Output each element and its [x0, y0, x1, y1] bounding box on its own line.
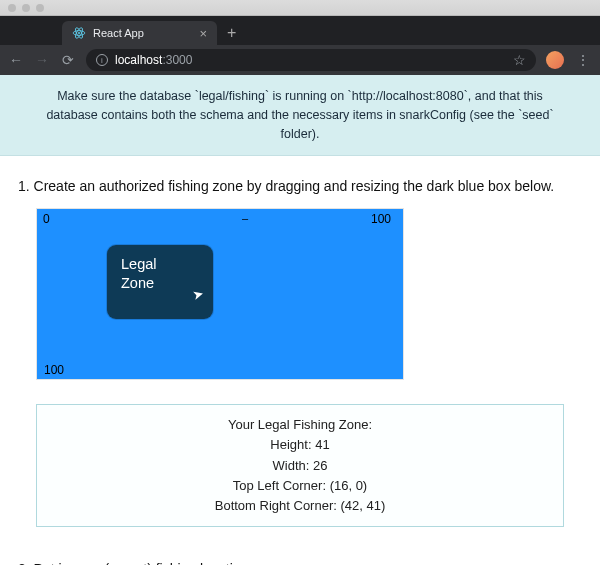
- address-bar[interactable]: i localhost:3000 ☆: [86, 49, 536, 71]
- browser-toolbar: ← → ⟳ i localhost:3000 ☆ ⋮: [0, 45, 600, 75]
- zone-tl-value: (16, 0): [330, 478, 368, 493]
- macos-titlebar: [0, 0, 600, 16]
- legal-zone-label-line2: Zone: [121, 274, 199, 293]
- zone-br-value: (42, 41): [340, 498, 385, 513]
- zone-height-label: Height:: [270, 437, 315, 452]
- browser-tab[interactable]: React App ×: [62, 21, 217, 45]
- reload-button[interactable]: ⟳: [60, 52, 76, 68]
- svg-point-3: [78, 32, 80, 34]
- site-info-icon[interactable]: i: [96, 54, 108, 66]
- profile-avatar[interactable]: [546, 51, 564, 69]
- zone-width-label: Width:: [273, 458, 313, 473]
- step1-heading: 1. Create an authorized fishing zone by …: [18, 178, 582, 194]
- canvas-ymax-label: 100: [44, 363, 64, 377]
- url-host: localhost: [115, 53, 162, 67]
- react-logo-icon: [72, 26, 86, 40]
- page-viewport: Make sure the database `legal/fishing` i…: [0, 75, 600, 565]
- url-path: :3000: [162, 53, 192, 67]
- traffic-close-icon[interactable]: [8, 4, 16, 12]
- zone-height-value: 41: [315, 437, 329, 452]
- zone-width-value: 26: [313, 458, 327, 473]
- zone-tl-label: Top Left Corner:: [233, 478, 330, 493]
- zone-canvas[interactable]: 0 – 100 100 Legal Zone ➤: [36, 208, 404, 380]
- info-banner-text: Make sure the database `legal/fishing` i…: [46, 89, 553, 141]
- browser-menu-icon[interactable]: ⋮: [574, 52, 592, 68]
- canvas-origin-label: 0: [43, 212, 50, 226]
- browser-tab-strip: React App × +: [0, 16, 600, 45]
- bookmark-star-icon[interactable]: ☆: [513, 52, 526, 68]
- canvas-xmax-label: 100: [371, 212, 391, 226]
- back-button[interactable]: ←: [8, 52, 24, 68]
- zone-details-panel: Your Legal Fishing Zone: Height: 41 Widt…: [36, 404, 564, 527]
- legal-zone-box[interactable]: Legal Zone ➤: [107, 245, 213, 319]
- tab-close-icon[interactable]: ×: [199, 26, 207, 41]
- zone-br-label: Bottom Right Corner:: [215, 498, 341, 513]
- tab-title: React App: [93, 27, 199, 39]
- canvas-tick: –: [242, 212, 248, 224]
- new-tab-button[interactable]: +: [217, 21, 246, 45]
- zone-details-title: Your Legal Fishing Zone:: [37, 415, 563, 435]
- step2-heading: 2. Put in your (secret) fishing location…: [18, 561, 582, 565]
- forward-button: →: [34, 52, 50, 68]
- traffic-minimize-icon[interactable]: [22, 4, 30, 12]
- info-banner: Make sure the database `legal/fishing` i…: [0, 75, 600, 156]
- traffic-zoom-icon[interactable]: [36, 4, 44, 12]
- legal-zone-label-line1: Legal: [121, 255, 199, 274]
